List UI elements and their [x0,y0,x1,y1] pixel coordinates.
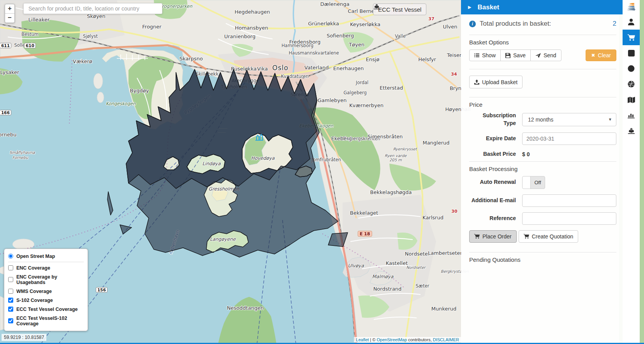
clear-icon: ✖ [591,53,595,58]
expire-date-input[interactable] [522,132,616,145]
upload-button-label: Upload Basket [482,79,517,85]
rail-basket-button[interactable] [623,30,640,45]
create-quotation-label: Create Quotation [532,233,574,240]
toggle-handle [523,176,531,189]
icon-rail [623,0,640,344]
upload-icon [474,79,479,85]
layers-separator [8,262,84,262]
zoom-control: + − [5,4,15,23]
subscription-type-select[interactable]: 12 months ▼ [522,113,616,126]
ship-icon [373,4,380,10]
overlay-layer-option[interactable]: ECC Test VesselS-102 Coverage [8,314,84,328]
auto-renewal-label: Auto Renewal [469,178,516,186]
ecc-logo-icon [626,3,636,11]
collapse-panel-icon[interactable]: ▶ [468,5,471,10]
overlay-label: S-102 Coverage [16,298,53,303]
send-basket-button[interactable]: Send [530,49,561,61]
total-products-count: 2 [613,20,616,28]
clear-basket-button[interactable]: ✖ Clear [586,49,616,61]
osm-link[interactable]: OpenStreetMap [377,337,407,342]
additional-email-input[interactable] [522,194,616,207]
leaflet-link[interactable]: Leaflet [356,337,369,342]
save-icon [505,53,510,58]
vessel-button[interactable]: ECC Test Vessel [373,4,426,15]
overlay-layer-option[interactable]: S-102 Coverage [8,296,84,305]
base-layer-label: Open Street Map [16,254,55,259]
additional-email-label: Additional E-mail [469,197,516,205]
basket-price-value: $ 0 [522,151,616,157]
basket-processing-label: Basket Processing [469,166,616,172]
overlay-options: ENC Coverage ENC Coverage by Usagebands … [8,263,84,328]
map-attribution: Leaflet | © OpenStreetMap contributors, … [354,337,461,342]
cart-icon [524,234,529,239]
square-icon [628,50,635,56]
overlay-layer-option[interactable]: WMS Coverage [8,287,84,296]
price-section-label: Price [469,101,616,108]
auto-renewal-state: Off [531,176,545,189]
overlay-checkbox[interactable] [8,265,13,270]
overlay-layer-option[interactable]: ENC Coverage by Usagebands [8,272,84,287]
rail-area-select-button[interactable] [623,45,640,61]
save-basket-button[interactable]: Save [500,49,531,61]
overlay-layer-option[interactable]: ENC Coverage [8,263,84,272]
zoom-out-button[interactable]: − [5,14,14,23]
place-order-button[interactable]: Place Order [469,230,517,243]
auto-renewal-toggle[interactable]: Off [522,176,545,189]
overlay-layer-option[interactable]: ECC Test Vessel Coverage [8,305,84,314]
map-icon [628,97,635,103]
cart-icon [474,234,480,239]
rail-vessel-button[interactable] [623,123,640,139]
paper-plane-icon [535,53,541,58]
overlay-checkbox[interactable] [8,298,13,303]
ship-icon [628,128,635,134]
list-icon [474,53,479,58]
show-basket-button[interactable]: Show [469,49,501,61]
reference-label: Reference [469,215,516,222]
subscription-type-value: 12 months [528,116,553,123]
info-icon: i [469,21,476,27]
total-products-row: i Total products in basket: 2 [469,14,616,32]
overlay-label: WMS Coverage [16,289,52,294]
create-quotation-button[interactable]: Create Quotation [519,230,579,243]
base-layer-radio[interactable] [8,254,13,259]
pending-quotations-label: Pending Quotations [469,256,616,263]
globe-icon [628,81,635,88]
circle-icon [628,65,635,72]
rail-statistics-button[interactable] [623,108,640,123]
send-button-label: Send [544,52,556,58]
basket-options-label: Basket Options [469,39,616,46]
person-icon [628,18,635,25]
search-input[interactable] [23,3,162,14]
basket-panel: ▶ Basket i Total products in basket: 2 B… [461,0,623,344]
chevron-down-icon: ▼ [608,117,612,122]
show-button-label: Show [482,52,496,58]
attribution-contributors: contributors, [407,337,433,342]
attribution-sep: | © [369,337,377,342]
clear-button-label: Clear [598,52,611,58]
overlay-checkbox[interactable] [8,307,13,312]
rail-map-button[interactable] [623,92,640,108]
base-layer-option[interactable]: Open Street Map [8,252,84,261]
overlay-label: ECC Test VesselS-102 Coverage [16,316,84,326]
upload-basket-button[interactable]: Upload Basket [469,76,523,88]
overlay-checkbox[interactable] [8,289,13,294]
expire-date-label: Expire Date [469,135,516,143]
overlay-label: ENC Coverage [16,265,50,271]
zoom-in-button[interactable]: + [5,4,14,14]
vessel-button-label: ECC Test Vessel [378,6,421,13]
basket-price-label: Basket Price [469,150,516,158]
app-logo[interactable] [623,0,640,14]
basket-panel-header: ▶ Basket [461,0,623,14]
total-products-label: Total products in basket: [480,20,551,28]
rail-user-button[interactable] [623,14,640,30]
disclaimer-link[interactable]: DISCLAIMER [433,337,459,342]
rail-globe-button[interactable] [623,76,640,92]
overlay-label: ENC Coverage by Usagebands [16,274,84,285]
rail-circle-select-button[interactable] [623,61,640,76]
basket-panel-title: Basket [477,4,499,11]
save-button-label: Save [513,52,526,58]
reference-input[interactable] [522,212,616,225]
overlay-checkbox[interactable] [8,277,13,282]
overlay-checkbox[interactable] [8,318,13,323]
layers-panel: Open Street Map ENC Coverage ENC Coverag… [4,249,88,331]
